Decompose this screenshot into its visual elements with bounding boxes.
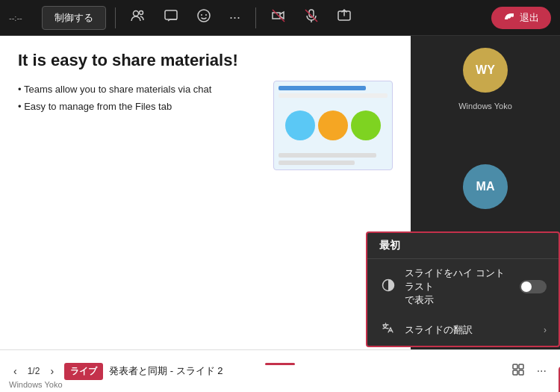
mic-off-button[interactable] — [298, 5, 325, 30]
contrast-toggle[interactable] — [520, 280, 547, 293]
react-icon — [196, 8, 211, 23]
slide-title: It is easy to share materials! — [18, 51, 393, 70]
call-time: --:-- — [9, 13, 36, 22]
translate-label: スライドの翻訳 — [405, 323, 536, 337]
chat-icon-button[interactable] — [158, 5, 184, 30]
slide-sync-label: 発表者と同期 - スライド 2 — [109, 364, 223, 378]
bottom-indicator — [265, 363, 295, 365]
context-menu-header: 最初 — [367, 233, 559, 259]
translate-icon — [379, 322, 397, 338]
share-button[interactable] — [331, 5, 358, 30]
participant-name-wy: Windows Yoko — [458, 102, 512, 111]
svg-rect-13 — [519, 364, 523, 369]
prev-slide-button[interactable]: ‹ — [9, 362, 22, 380]
context-menu: 最初 スライドをハイ コントラスト で表示 — [366, 231, 560, 347]
avatar-wy: WY — [463, 48, 508, 93]
svg-line-6 — [273, 10, 284, 22]
divider — [115, 7, 116, 28]
svg-rect-12 — [513, 364, 517, 369]
avatar-ma: MA — [463, 164, 508, 209]
live-badge: ライブ — [64, 363, 103, 380]
grid-view-button[interactable] — [507, 360, 529, 382]
bottom-icons: ··· — [507, 360, 551, 382]
slide-thumbnail — [273, 81, 393, 170]
svg-point-5 — [205, 14, 207, 16]
camera-off-icon — [271, 8, 286, 23]
right-panel: WY Windows Yoko MA 最初 スライドをハイ コントラスト で表示 — [411, 36, 560, 349]
bottom-bar: ‹ 1/2 › ライブ 発表者と同期 - スライド 2 ··· Windows … — [0, 349, 560, 392]
more-icon-button[interactable]: ··· — [223, 7, 246, 28]
chat-icon — [164, 8, 178, 23]
contrast-label: スライドをハイ コントラスト で表示 — [405, 267, 512, 307]
mic-off-icon — [304, 8, 319, 23]
contrast-icon — [379, 279, 397, 295]
svg-rect-2 — [165, 10, 177, 19]
react-icon-button[interactable] — [190, 5, 217, 30]
svg-point-3 — [198, 10, 210, 22]
contrast-menu-item[interactable]: スライドをハイ コントラスト で表示 — [367, 259, 559, 314]
main-area: It is easy to share materials! Teams all… — [0, 36, 560, 349]
slide-count: 1/2 — [28, 366, 40, 376]
presenter-name: Windows Yoko — [9, 380, 63, 389]
control-button[interactable]: 制御する — [42, 6, 106, 30]
translate-arrow-icon: › — [544, 325, 547, 335]
people-icon-button[interactable] — [125, 5, 152, 30]
svg-rect-14 — [513, 370, 517, 375]
more-options-button[interactable]: ··· — [532, 360, 551, 382]
share-icon — [337, 8, 352, 23]
svg-point-0 — [134, 11, 139, 16]
translate-menu-item[interactable]: スライドの翻訳 › Deutsch ✓ English Español — [367, 314, 559, 346]
next-slide-button[interactable]: › — [46, 362, 58, 380]
slide-area: It is easy to share materials! Teams all… — [0, 36, 411, 349]
svg-point-1 — [140, 11, 143, 15]
svg-point-4 — [201, 14, 202, 16]
end-call-button[interactable]: 退出 — [491, 7, 551, 29]
camera-off-button[interactable] — [265, 5, 292, 30]
divider2 — [255, 7, 256, 28]
top-bar: --:-- 制御する ··· — [0, 0, 560, 36]
phone-icon — [503, 12, 515, 24]
people-icon — [131, 8, 146, 23]
grid-icon — [511, 363, 525, 376]
svg-rect-15 — [519, 370, 523, 375]
